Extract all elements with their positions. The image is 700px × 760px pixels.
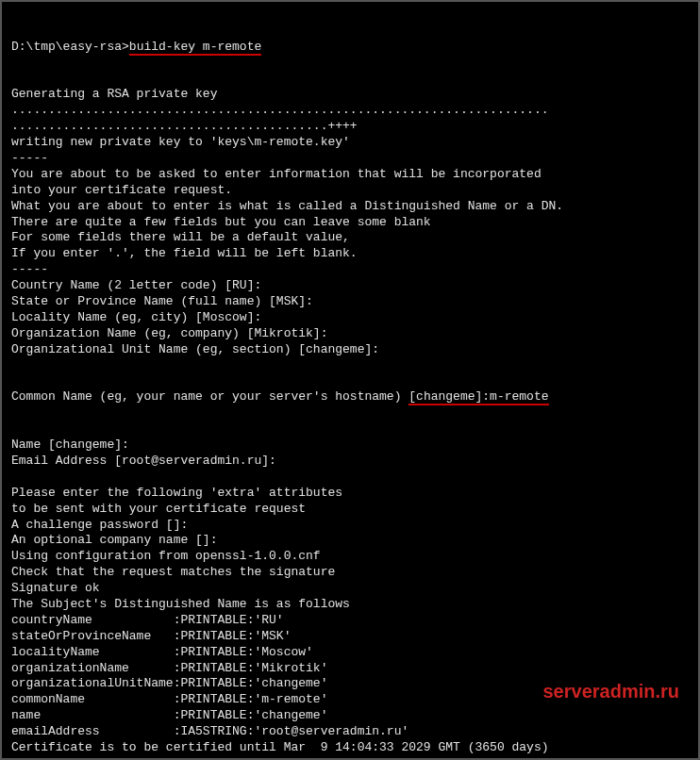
- terminal-line: Name [changeme]:: [11, 438, 689, 454]
- terminal-line: There are quite a few fields but you can…: [11, 215, 689, 231]
- terminal-line: into your certificate request.: [11, 183, 689, 199]
- terminal-line: A challenge password []:: [11, 518, 689, 534]
- terminal-line: State or Province Name (full name) [MSK]…: [11, 294, 689, 310]
- terminal-line: Locality Name (eg, city) [Moscow]:: [11, 310, 689, 326]
- command-line-1: D:\tmp\easy-rsa>build-key m-remote: [11, 40, 689, 56]
- terminal-line: Organization Name (eg, company) [Mikroti…: [11, 326, 689, 342]
- terminal-line: An optional company name []:: [11, 533, 689, 549]
- terminal-line: Email Address [root@serveradmin.ru]:: [11, 454, 689, 470]
- terminal-line: You are about to be asked to enter infor…: [11, 167, 689, 183]
- terminal-line: What you are about to enter is what is c…: [11, 199, 689, 215]
- terminal-line: Certificate is to be certified until Mar…: [11, 740, 689, 756]
- common-name-line: Common Name (eg, your name or your serve…: [11, 389, 689, 405]
- terminal-line: [11, 470, 689, 486]
- terminal-line: localityName :PRINTABLE:'Moscow': [11, 645, 689, 661]
- terminal-line: Using configuration from openssl-1.0.0.c…: [11, 549, 689, 565]
- terminal-line: countryName :PRINTABLE:'RU': [11, 613, 689, 629]
- terminal-line: emailAddress :IA5STRING:'root@serveradmi…: [11, 724, 689, 740]
- terminal-window[interactable]: D:\tmp\easy-rsa>build-key m-remote Gener…: [11, 8, 689, 760]
- output-block-2: Name [changeme]:Email Address [root@serv…: [11, 438, 689, 760]
- prompt-path: D:\tmp\easy-rsa>: [11, 40, 129, 54]
- terminal-line: Organizational Unit Name (eg, section) […: [11, 342, 689, 358]
- terminal-line: Check that the request matches the signa…: [11, 565, 689, 581]
- cn-prefix: Common Name (eg, your name or your serve…: [11, 389, 408, 404]
- command-text: build-key m-remote: [129, 40, 261, 56]
- terminal-line: organizationalUnitName:PRINTABLE:'change…: [11, 676, 689, 692]
- terminal-line: Generating a RSA private key: [11, 87, 689, 103]
- terminal-line: -----: [11, 262, 689, 278]
- terminal-line: Sign the certificate? [y/n]:y: [11, 756, 689, 760]
- terminal-line: writing new private key to 'keys\m-remot…: [11, 135, 689, 151]
- terminal-line: organizationName :PRINTABLE:'Mikrotik': [11, 661, 689, 677]
- terminal-line: Please enter the following 'extra' attri…: [11, 486, 689, 502]
- terminal-line: ........................................…: [11, 103, 689, 119]
- cn-input: [changeme]:m-remote: [408, 389, 548, 405]
- terminal-line: stateOrProvinceName :PRINTABLE:'MSK': [11, 629, 689, 645]
- terminal-line: name :PRINTABLE:'changeme': [11, 708, 689, 724]
- terminal-line: commonName :PRINTABLE:'m-remote': [11, 692, 689, 708]
- terminal-line: For some fields there will be a default …: [11, 230, 689, 246]
- terminal-line: If you enter '.', the field will be left…: [11, 246, 689, 262]
- terminal-line: The Subject's Distinguished Name is as f…: [11, 597, 689, 613]
- terminal-line: to be sent with your certificate request: [11, 502, 689, 518]
- terminal-line: -----: [11, 151, 689, 167]
- terminal-line: Signature ok: [11, 581, 689, 597]
- output-block-1: Generating a RSA private key............…: [11, 87, 689, 357]
- terminal-line: Country Name (2 letter code) [RU]:: [11, 278, 689, 294]
- terminal-line: ........................................…: [11, 119, 689, 135]
